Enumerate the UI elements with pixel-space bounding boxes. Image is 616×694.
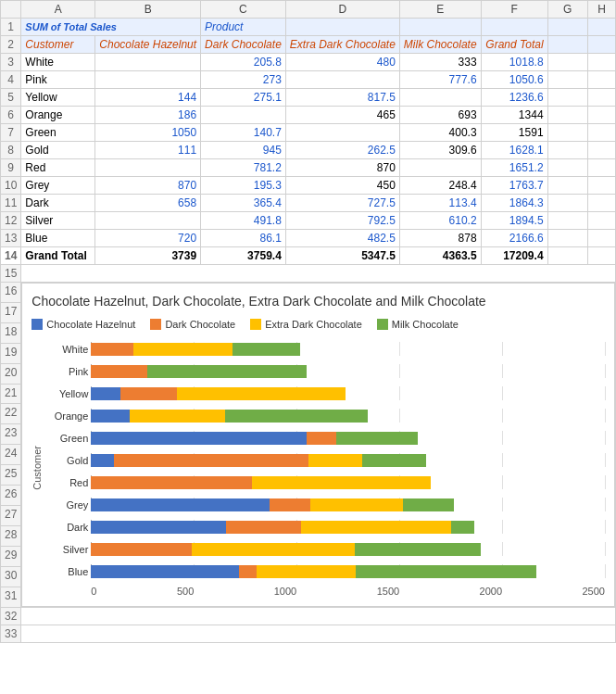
table-row: 9 Red 781.2 870 1651.2 <box>1 159 616 177</box>
bar-segment <box>130 410 225 423</box>
bar-track <box>91 520 605 534</box>
table-row: 4 Pink 273 777.6 1050.6 <box>1 71 616 89</box>
b-cell <box>95 212 201 230</box>
g-cell <box>547 212 587 230</box>
r1e <box>399 19 481 36</box>
f-cell: 1591 <box>481 124 547 142</box>
h-header <box>588 36 616 54</box>
bar-row: Dark <box>46 517 605 537</box>
b-cell: 870 <box>95 177 201 195</box>
e-cell: 777.6 <box>399 71 481 89</box>
c-cell: 781.2 <box>201 159 286 177</box>
legend-label-ch: Chocolate Hazelnut <box>46 319 135 330</box>
bar-segment <box>91 565 239 578</box>
customer-cell: White <box>21 54 95 71</box>
grand-total-d: 5347.5 <box>285 247 399 265</box>
d-cell: 727.5 <box>285 195 399 212</box>
bar-segment <box>91 365 147 378</box>
f-cell: 1864.3 <box>481 195 547 212</box>
d-cell: 482.5 <box>285 230 399 247</box>
bar-label: Pink <box>46 366 88 377</box>
d-cell: 465 <box>285 107 399 124</box>
empty-cell <box>21 265 616 283</box>
x-axis: 0 500 1000 1500 2000 2500 <box>91 586 605 597</box>
row-num-17: 17 <box>1 302 21 322</box>
row-1: 1 SUM of Total Sales Product <box>1 19 616 36</box>
bar-track <box>91 409 605 423</box>
g-cell <box>547 124 587 142</box>
chart-legend: Chocolate Hazelnut Dark Chocolate Extra … <box>31 319 605 330</box>
customer-cell: Silver <box>21 212 95 230</box>
bar-segment <box>310 498 403 511</box>
bar-label: Orange <box>46 410 88 422</box>
c-header: Dark Chocolate <box>201 36 286 54</box>
h-cell <box>588 159 616 177</box>
g-cell <box>547 107 587 124</box>
table-row: 11 Dark 658 365.4 727.5 113.4 1864.3 <box>1 195 616 212</box>
bar-label: Red <box>46 477 88 488</box>
bar-segment <box>177 387 345 400</box>
bar-segment <box>336 432 419 445</box>
row-num-24: 24 <box>1 445 21 465</box>
bar-segment <box>91 343 133 356</box>
d-cell <box>285 71 399 89</box>
b-cell: 111 <box>95 142 201 159</box>
bar-track <box>91 498 605 511</box>
row-num-1: 1 <box>1 19 21 36</box>
row-num-29: 29 <box>1 546 21 566</box>
b-cell: 658 <box>95 195 201 212</box>
table-row: 7 Green 1050 140.7 400.3 1591 <box>1 124 616 142</box>
g-cell <box>547 54 587 71</box>
b-cell <box>95 71 201 89</box>
row-num-28: 28 <box>1 525 21 546</box>
table-row: 13 Blue 720 86.1 482.5 878 2166.6 <box>1 230 616 247</box>
e-cell <box>399 89 481 107</box>
bar-segment <box>91 476 251 489</box>
bar-label: Dark <box>46 522 88 533</box>
f-cell: 1236.6 <box>481 89 547 107</box>
row-num-15: 15 <box>1 265 21 283</box>
f-cell: 1894.5 <box>481 212 547 230</box>
x-tick-1500: 1500 <box>377 586 399 597</box>
spreadsheet: A B C D E F G H 1 SUM of Total Sales Pro… <box>0 0 616 643</box>
d-cell <box>285 124 399 142</box>
bar-segment <box>301 521 450 534</box>
d-cell: 870 <box>285 159 399 177</box>
e-cell: 248.4 <box>399 177 481 195</box>
bar-track <box>91 431 605 445</box>
c-cell: 195.3 <box>201 177 286 195</box>
bars-and-axis: WhitePinkYellowOrangeGreenGoldRedGreyDar… <box>46 339 605 597</box>
legend-item-mc: Milk Chocolate <box>377 319 459 330</box>
bar-row: Green <box>46 428 605 448</box>
bar-row: Grey <box>46 495 605 515</box>
customer-header: Customer <box>21 36 95 54</box>
b-cell: 186 <box>95 107 201 124</box>
bars-section: WhitePinkYellowOrangeGreenGoldRedGreyDar… <box>46 339 605 582</box>
bar-track <box>91 475 605 489</box>
legend-label-mc: Milk Chocolate <box>392 319 459 330</box>
col-e-header: E <box>399 1 481 19</box>
bar-segment <box>192 543 355 556</box>
bar-segment <box>120 387 177 400</box>
row-num: 3 <box>1 54 21 71</box>
h-cell <box>588 71 616 89</box>
table-row: 12 Silver 491.8 792.5 610.2 1894.5 <box>1 212 616 230</box>
g-cell <box>547 142 587 159</box>
x-tick-2500: 2500 <box>582 586 604 597</box>
b-cell <box>95 54 201 71</box>
bar-track <box>91 364 605 378</box>
bar-segment <box>233 343 301 356</box>
row-2: 2 Customer Chocolate Hazelnut Dark Choco… <box>1 36 616 54</box>
grand-total-c: 3759.4 <box>201 247 286 265</box>
b-cell <box>95 159 201 177</box>
f-cell: 1018.8 <box>481 54 547 71</box>
bar-track <box>91 542 605 556</box>
row-num: 8 <box>1 142 21 159</box>
e-cell: 878 <box>399 230 481 247</box>
bar-segment <box>91 521 226 534</box>
col-d-header: D <box>285 1 399 19</box>
g-cell <box>547 230 587 247</box>
chart-row: 16 Chocolate Hazelnut, Dark Chocolate, E… <box>1 283 616 303</box>
h-cell <box>588 124 616 142</box>
g-header <box>547 36 587 54</box>
